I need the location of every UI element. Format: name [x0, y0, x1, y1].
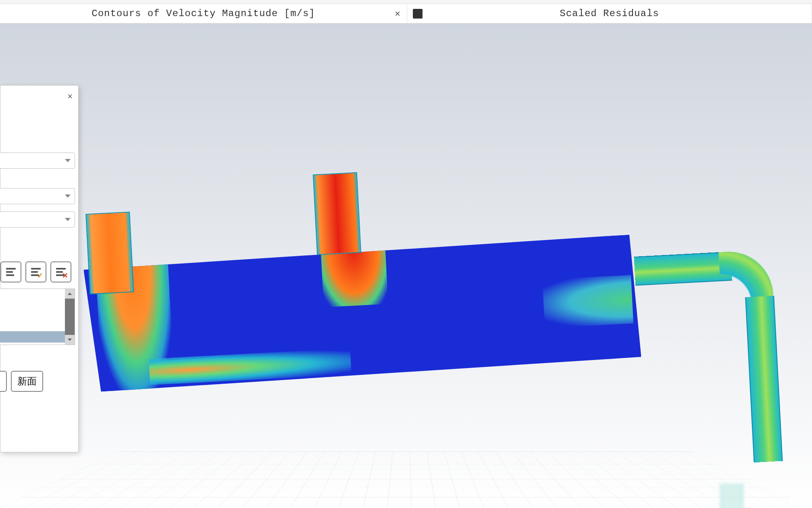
dropdown-1[interactable] — [0, 153, 75, 169]
x-icon: ✕ — [62, 271, 68, 280]
top-toolbar — [0, 0, 812, 4]
tab-velocity-contour[interactable]: Contours of Velocity Magnitude [m/s] × — [0, 4, 407, 23]
list-icon — [6, 268, 16, 276]
check-icon: ✓ — [37, 271, 43, 280]
surfaces-listbox[interactable] — [0, 288, 75, 345]
triangle-up-icon — [68, 293, 72, 295]
list-item-selected[interactable] — [0, 331, 65, 343]
new-surface-button[interactable]: 新面 — [11, 371, 43, 392]
inlet-pipe-middle — [313, 172, 361, 255]
close-icon[interactable]: × — [395, 8, 400, 19]
scroll-up-button[interactable] — [65, 289, 75, 299]
outflow-region — [542, 275, 633, 328]
scroll-down-button[interactable] — [65, 335, 75, 345]
button-1[interactable]: 舌 — [0, 371, 7, 392]
residuals-icon — [413, 9, 423, 19]
tab-scaled-residuals[interactable]: Scaled Residuals — [407, 4, 812, 23]
velocity-contour-plot — [80, 159, 775, 404]
graphics-viewport[interactable] — [0, 23, 812, 508]
pipe-vertical — [745, 296, 783, 462]
list-button-clear[interactable]: ✕ — [50, 261, 71, 282]
tab-label: Contours of Velocity Magnitude [m/s] — [92, 8, 315, 19]
properties-dialog: × ✓ ✕ 舌 新面 — [0, 85, 79, 452]
dropdown-3[interactable] — [0, 211, 75, 228]
list-action-buttons: ✓ ✕ — [0, 261, 71, 282]
close-icon[interactable]: × — [67, 91, 73, 102]
chevron-down-icon — [65, 218, 71, 221]
tab-label: Scaled Residuals — [560, 8, 659, 19]
dialog-buttons: 舌 新面 — [0, 371, 43, 392]
jet-region-middle — [321, 247, 388, 307]
inlet-pipe-left — [85, 211, 134, 294]
dropdown-2[interactable] — [0, 188, 75, 204]
pipe-reflection — [720, 483, 744, 508]
floor-stream — [149, 348, 352, 385]
list-button-check[interactable]: ✓ — [25, 261, 46, 282]
chevron-down-icon — [65, 194, 71, 198]
chevron-down-icon — [65, 159, 71, 162]
list-button-plain[interactable] — [0, 261, 21, 282]
vessel-body — [83, 234, 641, 392]
scrollbar-track[interactable] — [65, 299, 75, 335]
triangle-down-icon — [68, 339, 72, 341]
pipe-horizontal — [634, 252, 732, 286]
view-tabs: Contours of Velocity Magnitude [m/s] × S… — [0, 4, 812, 23]
outlet-pipe — [634, 248, 806, 466]
